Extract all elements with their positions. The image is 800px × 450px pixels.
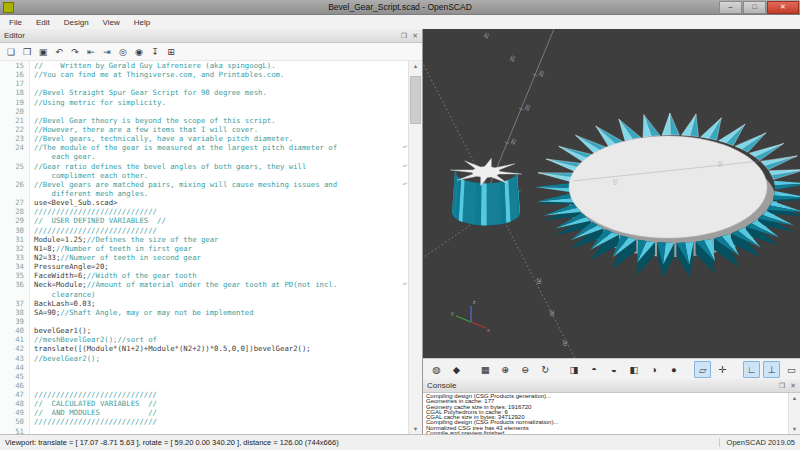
view-top-icon[interactable]: ◓ — [586, 361, 603, 378]
editor-float-icon[interactable]: ❐ — [401, 30, 407, 41]
viewport-canvas: 20202020202020202020zxy — [423, 29, 800, 358]
view-right-icon[interactable]: ◨ — [566, 361, 583, 378]
code-row: 20 — [0, 107, 409, 116]
show-crosshairs-icon[interactable]: ✛ — [714, 361, 731, 378]
code-row: 17 — [0, 79, 409, 88]
code-editor[interactable]: 15// Written by Gerald Guy Lafreniere (a… — [0, 61, 422, 435]
code-row: 27use<Bevel_Sub.scad> — [0, 198, 409, 207]
code-row: 35FaceWidth=6;//Width of the gear tooth — [0, 271, 409, 280]
view-bottom-icon[interactable]: ◒ — [606, 361, 623, 378]
code-row: 50//////////////////////////// — [0, 417, 409, 426]
editor-scrollbar-thumb[interactable] — [410, 76, 421, 124]
editor-panel-header: Editor ❐ ✕ — [0, 29, 422, 43]
code-row: compliment each other. — [0, 171, 409, 180]
code-row: 31Module=1.25;//Defines the size of the … — [0, 235, 409, 244]
code-row: clearance) — [0, 290, 409, 299]
scroll-up-icon[interactable]: ▲ — [409, 61, 422, 72]
viewport-status-text: Viewport: translate = [ 17.07 -8.71 5.63… — [5, 438, 339, 447]
editor-scrollbar[interactable]: ▲ ▼ — [408, 61, 422, 435]
redo-icon[interactable]: ↷ — [68, 45, 82, 59]
console-panel-header: Console ❐ ✕ — [423, 379, 800, 393]
line-number: 21 — [0, 116, 30, 125]
line-number: 24 — [0, 143, 30, 152]
console-scrollbar[interactable]: ▲ ▼ — [788, 393, 800, 435]
render-icon[interactable]: ◆ — [448, 361, 465, 378]
code-row: 42translate([(Module*(N1+2)+Module*(N2+2… — [0, 344, 409, 353]
line-number: 27 — [0, 198, 30, 207]
line-number: 41 — [0, 335, 30, 344]
preview-3d-icon[interactable]: ◎ — [116, 45, 130, 59]
line-number: 30 — [0, 226, 30, 235]
show-axes-icon[interactable]: ∟ — [743, 361, 760, 378]
menu-help[interactable]: Help — [127, 17, 157, 28]
code-row: 45 — [0, 372, 409, 381]
close-button[interactable]: ✕ — [767, 1, 799, 14]
console-close-icon[interactable]: ✕ — [790, 380, 796, 391]
code-row: 21//Bevel Gear theory is beyond the scop… — [0, 116, 409, 125]
preview-icon[interactable]: ◍ — [428, 361, 445, 378]
reset-view-icon[interactable]: ↻ — [537, 361, 554, 378]
console-panel: Console ❐ ✕ ▲ ▼ Compiling design (CSG Pr… — [423, 379, 800, 435]
code-row: 47//////////////////////////// — [0, 390, 409, 399]
code-row: 41//meshBevelGear2();//sort of — [0, 335, 409, 344]
menu-edit[interactable]: Edit — [29, 17, 57, 28]
code-row: 29// USER DEFINED VARIABLES // — [0, 216, 409, 225]
menu-bar: FileEditDesignViewHelp — [0, 15, 800, 30]
view-back-icon[interactable]: ● — [665, 361, 682, 378]
render-icon[interactable]: ◉ — [132, 45, 146, 59]
code-row: different mesh angles. — [0, 189, 409, 198]
open-file-icon[interactable]: ❒ — [20, 45, 34, 59]
title-bar[interactable]: Bevel_Gear_Script.scad - OpenSCAD – □ ✕ — [0, 0, 800, 15]
show-scale-markers-icon[interactable]: ⊥ — [763, 361, 780, 378]
unindent-icon[interactable]: ⇤ — [84, 45, 98, 59]
send-to-printer-icon[interactable]: ⊞ — [164, 45, 178, 59]
viewport-3d[interactable]: 20202020202020202020zxy — [423, 29, 800, 358]
view-left-icon[interactable]: ◧ — [625, 361, 642, 378]
line-number: 26 — [0, 180, 30, 189]
line-number: 18 — [0, 88, 30, 97]
zoom-in-icon[interactable]: ⊕ — [497, 361, 514, 378]
line-number: 33 — [0, 253, 30, 262]
code-row: 25//Gear ratio defines the bevel angles … — [0, 162, 409, 171]
view-all-icon[interactable]: ▦ — [477, 361, 494, 378]
undo-icon[interactable]: ↶ — [52, 45, 66, 59]
code-row: 34PressureAngle=20; — [0, 262, 409, 271]
code-row: 46 — [0, 381, 409, 390]
line-number: 47 — [0, 390, 30, 399]
svg-text:20: 20 — [717, 161, 724, 168]
indent-icon[interactable]: ⇥ — [100, 45, 114, 59]
code-row: 26//Bevel gears are matched pairs, mixin… — [0, 180, 409, 189]
version-text: OpenSCAD 2019.05 — [719, 438, 795, 447]
orthogonal-view-icon[interactable]: ▭ — [783, 361, 800, 378]
line-number: 34 — [0, 262, 30, 271]
line-number: 39 — [0, 317, 30, 326]
console-scroll-up-icon[interactable]: ▲ — [789, 393, 800, 404]
editor-close-icon[interactable]: ✕ — [412, 30, 418, 41]
console-float-icon[interactable]: ❐ — [779, 380, 785, 391]
code-area[interactable]: 15// Written by Gerald Guy Lafreniere (a… — [0, 61, 409, 435]
code-row: 22//However, there are a few items that … — [0, 125, 409, 134]
save-file-icon[interactable]: ▣ — [36, 45, 50, 59]
menu-view[interactable]: View — [96, 17, 127, 28]
export-stl-icon[interactable]: ↧ — [148, 45, 162, 59]
code-row: 15// Written by Gerald Guy Lafreniere (a… — [0, 61, 409, 70]
minimize-button[interactable]: – — [719, 1, 742, 14]
line-number: 44 — [0, 363, 30, 372]
code-row: 19//Using metric for simplicity. — [0, 98, 409, 107]
show-edges-icon[interactable]: ▱ — [694, 361, 711, 378]
menu-design[interactable]: Design — [57, 17, 96, 28]
code-row: 16//You can find me at Thingiverse.com, … — [0, 70, 409, 79]
code-row: 32N1=8;//Number of teeth in first gear — [0, 244, 409, 253]
code-row: 49// AND MODULES // — [0, 408, 409, 417]
svg-text:20: 20 — [549, 310, 555, 316]
console-body: ▲ ▼ Compiling design (CSG Products gener… — [423, 393, 800, 435]
zoom-out-icon[interactable]: ⊖ — [517, 361, 534, 378]
view-front-icon[interactable]: ◑ — [645, 361, 662, 378]
wrap-marker-icon: ↩ — [403, 280, 407, 289]
maximize-button[interactable]: □ — [743, 1, 766, 14]
menu-file[interactable]: File — [2, 17, 29, 28]
line-number: 48 — [0, 399, 30, 408]
new-file-icon[interactable]: ❏ — [4, 45, 18, 59]
code-row: 24//The module of the gear is measured a… — [0, 143, 409, 152]
code-row: 23//Bevel gears, technically, have a var… — [0, 134, 409, 143]
